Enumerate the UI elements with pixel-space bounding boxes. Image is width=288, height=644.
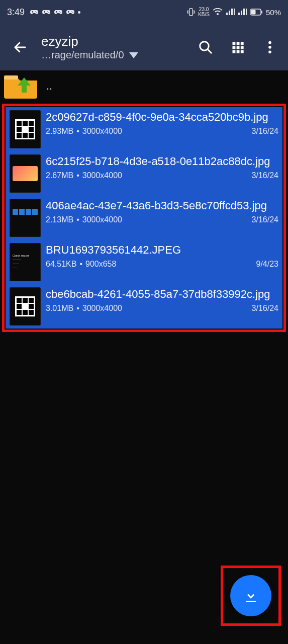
app-bar: ezyzip …rage/emulated/0 [0,24,288,70]
svg-point-6 [268,46,271,49]
more-dot-icon [78,11,80,14]
file-info: BRU1693793561442.JPEG64.51KB•900x6589/4/… [46,243,278,269]
grid-icon [231,40,245,54]
status-left: 3:49 [7,7,80,18]
search-icon [198,40,213,55]
file-date: 3/16/24 [252,171,278,180]
file-date: 3/16/24 [252,304,278,313]
file-name: BRU1693793561442.JPEG [46,243,278,258]
battery-percent: 50% [266,8,281,17]
file-thumbnail [10,287,41,326]
status-right: 23.0 KB/S 50% [187,7,281,17]
file-info: 6c215f25-b718-4d3e-a518-0e11b2ac88dc.jpg… [46,154,278,180]
file-dimensions: 3000x4000 [82,215,122,224]
download-fab[interactable] [230,575,271,616]
wifi-icon [213,8,223,16]
signal-icon [226,8,235,16]
parent-folder-label: .. [46,79,52,93]
file-info: 2c09627d-c859-4f0c-9e0a-34cca520bc9b.jpg… [46,110,278,136]
path-dropdown[interactable]: …rage/emulated/0 [41,49,197,61]
battery-icon [250,9,263,16]
svg-rect-8 [4,75,18,79]
file-name: 2c09627d-c859-4f0c-9e0a-34cca520bc9b.jpg [46,110,278,125]
file-row[interactable]: 2c09627d-c859-4f0c-9e0a-34cca520bc9b.jpg… [6,107,282,151]
action-icons [197,38,284,56]
file-row[interactable]: 406ae4ac-43e7-43a6-b3d3-5e8c70ffcd53.jpg… [6,196,282,240]
net-speed-unit: KB/S [198,12,210,17]
controller-icon [54,9,63,16]
vibrate-icon [187,8,195,17]
dropdown-icon [129,52,138,58]
file-thumbnail [10,199,41,237]
file-meta: 3.01MB•3000x4000 [46,304,122,313]
fab-highlight [221,566,281,626]
file-thumbnail [10,154,41,193]
app-title: ezyzip [41,34,197,49]
file-meta: 2.93MB•3000x4000 [46,127,122,136]
file-row[interactable]: 6c215f25-b718-4d3e-a518-0e11b2ac88dc.jpg… [6,151,282,196]
file-name: cbe6bcab-4261-4055-85a7-37db8f33992c.jpg [46,287,278,302]
file-size: 2.93MB [46,127,73,136]
file-date: 9/4/23 [256,260,278,269]
meta-separator: • [76,304,79,313]
file-name: 6c215f25-b718-4d3e-a518-0e11b2ac88dc.jpg [46,154,278,169]
view-grid-button[interactable] [229,38,247,56]
file-info: 406ae4ac-43e7-43a6-b3d3-5e8c70ffcd53.jpg… [46,199,278,224]
meta-separator: • [76,215,79,224]
file-list: 2c09627d-c859-4f0c-9e0a-34cca520bc9b.jpg… [6,107,282,329]
file-date: 3/16/24 [252,215,278,224]
file-row[interactable]: Quick report─────────BRU1693793561442.JP… [6,240,282,284]
arrow-left-icon [13,40,28,55]
file-info: cbe6bcab-4261-4055-85a7-37db8f33992c.jpg… [46,287,278,313]
file-dimensions: 3000x4000 [82,171,122,180]
signal-icon [238,8,247,16]
file-meta: 2.13MB•3000x4000 [46,215,122,224]
svg-point-5 [268,41,271,44]
file-row[interactable]: cbe6bcab-4261-4055-85a7-37db8f33992c.jpg… [6,284,282,329]
file-size: 64.51KB [46,260,76,269]
meta-separator: • [76,171,79,180]
file-list-highlight: 2c09627d-c859-4f0c-9e0a-34cca520bc9b.jpg… [2,104,286,332]
file-meta: 64.51KB•900x658 [46,260,116,269]
status-time: 3:49 [7,7,25,18]
file-meta: 2.67MB•3000x4000 [46,171,122,180]
net-speed: 23.0 KB/S [198,7,210,17]
file-name: 406ae4ac-43e7-43a6-b3d3-5e8c70ffcd53.jpg [46,199,278,213]
file-thumbnail: Quick report───────── [10,243,41,281]
folder-up-icon [4,72,39,100]
svg-rect-2 [251,10,255,15]
svg-rect-3 [261,11,262,14]
more-button[interactable] [261,38,279,56]
search-button[interactable] [197,38,215,56]
controller-icon [30,9,39,16]
file-size: 3.01MB [46,304,73,313]
file-dimensions: 3000x4000 [82,304,122,313]
file-date: 3/16/24 [252,127,278,136]
file-thumbnail [10,110,41,148]
meta-separator: • [79,260,82,269]
file-dimensions: 3000x4000 [82,127,122,136]
file-size: 2.13MB [46,215,73,224]
controller-icon [66,9,75,16]
meta-separator: • [76,127,79,136]
file-size: 2.67MB [46,171,73,180]
svg-rect-0 [189,9,193,16]
notification-icons [30,9,80,16]
download-icon [242,587,259,604]
status-bar: 3:49 23.0 KB/S 50% [0,0,288,24]
file-dimensions: 900x658 [85,260,116,269]
more-vert-icon [268,40,272,54]
current-path: …rage/emulated/0 [41,49,124,61]
svg-point-7 [268,51,271,54]
back-button[interactable] [9,36,31,58]
parent-folder-row[interactable]: .. [0,70,288,102]
title-block: ezyzip …rage/emulated/0 [31,34,197,61]
controller-icon [42,9,51,16]
